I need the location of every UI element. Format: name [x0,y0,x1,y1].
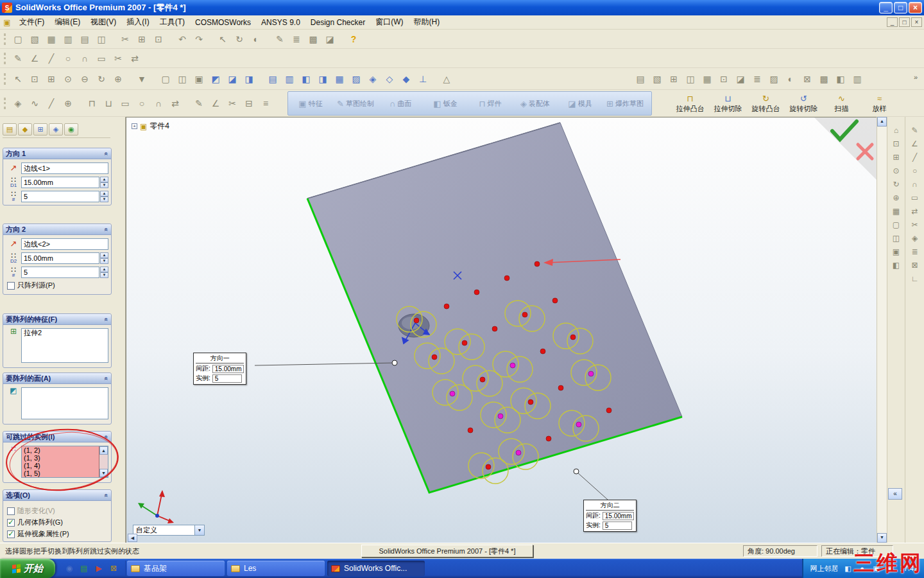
normal-to-icon[interactable]: ⊥ [415,71,431,86]
instance-handle[interactable] [462,340,467,346]
commandmanager-tab[interactable]: ∩ 曲面 [378,99,423,109]
tray-label[interactable]: 网上邻居 [810,564,838,574]
viewport-vscrollbar[interactable]: ▲ ▼ [877,117,887,543]
mirror-feature-icon[interactable]: ⇄ [167,96,183,110]
custom-toolbar-combo[interactable]: 自定义 ▼ [133,525,205,536]
shadow-icon[interactable]: ◨ [241,71,257,86]
toolbar-grip[interactable] [4,98,7,109]
trimetric-view-icon[interactable]: ◇ [382,71,397,86]
instance-handle[interactable] [570,335,576,340]
model-canvas[interactable] [126,118,877,543]
menu-item[interactable]: ANSYS 9.0 [256,17,305,28]
collapse-chevron-icon[interactable]: « [103,152,110,155]
line-icon[interactable]: ╱ [44,51,59,66]
instance-handle[interactable] [486,464,491,469]
cosmos-icon-7[interactable]: ◪ [733,71,748,86]
mirror-tool-icon[interactable]: ⇄ [908,204,922,218]
delete-icon[interactable]: ⊠ [908,258,922,272]
arc-icon[interactable]: ∩ [77,51,92,66]
rect-icon[interactable]: ▭ [117,96,133,110]
back-view-icon[interactable]: ▥ [282,71,297,86]
instance-handle[interactable] [432,355,437,360]
pan-view-icon[interactable]: ⊕ [889,191,903,204]
rotate-3d-icon[interactable]: ↻ [889,177,903,191]
rectangle-icon[interactable]: ▭ [94,51,109,66]
option-checkbox[interactable]: 随形变化(V) [7,506,107,516]
collapse-chevron-icon[interactable]: « [103,227,110,231]
toolbar-grip[interactable] [4,33,7,45]
quicklaunch-browser-icon[interactable]: ◉ [64,563,75,574]
direction2-count-input[interactable]: 5 [21,267,99,278]
select-arrow-icon[interactable]: ↖ [10,71,26,86]
collapse-chevron-icon[interactable]: « [103,493,110,497]
checkbox-box[interactable] [7,507,15,515]
instance-handle[interactable] [606,408,612,413]
cosmos-icon-6[interactable]: ⊡ [716,71,732,86]
zoom-fit-view-icon[interactable]: ⊡ [889,137,903,150]
dimetric-view-icon[interactable]: ◆ [398,71,414,86]
rebuild-icon[interactable]: ↻ [232,31,247,46]
menu-item[interactable]: Design Checker [305,17,370,28]
mirror-icon[interactable]: ⇄ [127,51,142,66]
options-group-header[interactable]: 选项(O) « [3,490,111,501]
close-button[interactable]: × [909,2,922,13]
commandmanager-tab[interactable]: ⊓ 焊件 [468,99,513,109]
graphics-viewport[interactable]: + ▣ 零件4 方向一 间距: 15.00mm 实例: 5 方向二 间距: 15… [126,117,877,543]
direction1-count-input[interactable]: 5 [21,191,99,202]
skipped-instance-handle[interactable] [498,414,503,419]
shaded-view-icon[interactable]: ▣ [889,245,903,258]
task-button[interactable]: SolidWorks Offic... [327,561,425,576]
save-all-icon[interactable]: ▥ [60,31,76,46]
help-icon[interactable]: ? [346,31,361,46]
skip-group-header[interactable]: 可跳过的实例(I) « [3,432,111,442]
menu-item[interactable]: 窗口(W) [370,15,408,29]
new-icon[interactable]: ▢ [10,31,26,46]
commandmanager-tab[interactable]: ◪ 模具 [558,99,603,109]
faces-to-pattern-list[interactable] [21,387,108,419]
menu-item[interactable]: 文件(F) [14,15,49,29]
collapse-chevron-icon[interactable]: « [103,376,110,380]
checkbox-box[interactable] [7,282,15,290]
toolbar-grip[interactable] [4,73,7,85]
dimension-icon[interactable]: ∠ [27,51,42,66]
cosmos-icon-11[interactable]: ⊠ [800,71,815,86]
zoom-area-view-icon[interactable]: ⊞ [889,150,903,164]
reference-geometry-icon[interactable]: ◈ [10,96,26,110]
rectangle-tool-icon[interactable]: ▭ [908,191,922,204]
skipped-instance-handle[interactable] [516,450,521,455]
instance-handle[interactable] [504,276,509,281]
toolbar-grip[interactable] [4,53,7,64]
skipped-instance-handle[interactable] [510,363,515,368]
instance-handle[interactable] [558,385,563,390]
cosmos-icon-8[interactable]: ≣ [749,71,765,86]
feature-button[interactable]: ≈ 放样 [860,94,898,114]
features-to-pattern-list[interactable]: 拉伸2 [21,328,108,363]
reference-geometry-icon[interactable]: ◈ [908,231,922,245]
mdi-close-button[interactable]: × [911,17,922,27]
cut-feature-icon[interactable]: ⊔ [101,96,116,110]
direction1-edge-field[interactable]: 边线<1> [21,162,108,174]
skip-instance-item[interactable]: (1, 5) [22,469,99,477]
propertymanager-tab[interactable]: ◆ [18,123,32,136]
trim-icon[interactable]: ✂ [110,51,126,66]
layer-icon[interactable]: ◪ [322,31,338,46]
direction2-group-header[interactable]: 方向 2 « [3,224,111,235]
open-icon[interactable]: ▧ [27,31,42,46]
cosmos-icon-14[interactable]: ▥ [850,71,865,86]
direction1-callout[interactable]: 方向一 间距: 15.00mm 实例: 5 [193,353,246,385]
skipped-instance-handle[interactable] [588,371,594,376]
instance-handle[interactable] [474,290,479,295]
feature-button[interactable]: ↻ 旋转凸台 [747,94,785,114]
section-view-icon[interactable]: ◧ [889,258,903,272]
standard-views-icon[interactable]: ▦ [889,204,903,218]
callout-spacing-value[interactable]: 15.00mm [212,365,244,373]
wireframe-icon[interactable]: ▢ [158,71,173,86]
cosmos-icon-10[interactable]: ◐ [783,71,798,86]
scroll-up-icon[interactable]: ▲ [877,117,887,127]
table-icon[interactable]: ⊟ [241,96,257,110]
home-view-icon[interactable]: ⌂ [889,123,903,137]
collapse-chevron-icon[interactable]: « [103,435,110,439]
panel-collapse-icon[interactable]: « [888,488,902,500]
direction1-group-header[interactable]: 方向 1 « [3,148,111,159]
edge-handle[interactable] [574,469,579,474]
